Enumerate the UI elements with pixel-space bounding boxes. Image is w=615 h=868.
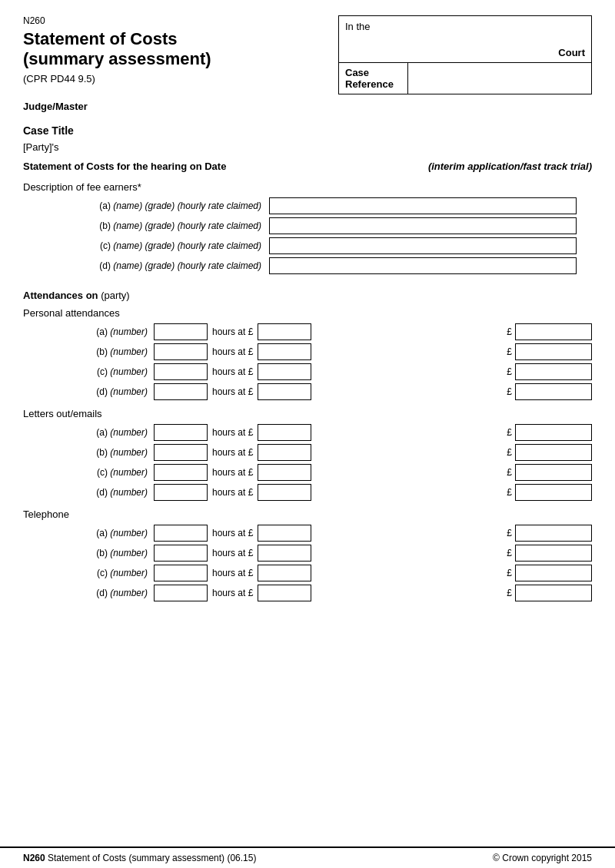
fee-earner-row: (d) (name) (grade) (hourly rate claimed) [23, 257, 592, 274]
subtitle: (CPR PD44 9.5) [23, 73, 323, 84]
fee-earners-title: Description of fee earners* [23, 181, 592, 193]
fee-earner-c-input[interactable] [269, 237, 577, 254]
telephone-d-label: (d) (number) [69, 588, 154, 598]
footer-form-ref: N260 [23, 853, 45, 863]
telephone-d-number[interactable] [154, 585, 208, 601]
personal-att-c-number[interactable] [154, 363, 208, 380]
case-title-section: Case Title [Party]'s [23, 124, 592, 153]
letters-c-label: (c) (number) [69, 467, 154, 478]
footer: N260 Statement of Costs (summary assessm… [0, 846, 615, 868]
case-reference-row: CaseReference [339, 62, 591, 94]
fee-earner-a-label: (a) (name) (grade) (hourly rate claimed) [69, 200, 269, 211]
statement-heading: Statement of Costs for the hearing on Da… [23, 161, 592, 172]
personal-att-b-rate[interactable] [258, 343, 311, 360]
attendances-section: Attendances on (party) Personal attendan… [23, 290, 592, 601]
telephone-b-number[interactable] [154, 545, 208, 562]
fee-earner-row: (c) (name) (grade) (hourly rate claimed) [23, 237, 592, 254]
letters-row-d: (d) (number) hours at £ £ [23, 484, 592, 501]
case-ref-label: CaseReference [339, 63, 408, 94]
telephone-a-rate[interactable] [258, 525, 311, 542]
telephone-row-c: (c) (number) hours at £ £ [23, 565, 592, 581]
personal-att-row-b: (b) (number) hours at £ £ [23, 343, 592, 360]
statement-heading-left: Statement of Costs for the hearing on Da… [23, 161, 226, 172]
telephone-b-label: (b) (number) [69, 548, 154, 558]
hours-at-label-b: hours at £ [212, 346, 253, 357]
letters-d-result[interactable] [515, 484, 592, 501]
telephone-hours-a: hours at £ [212, 528, 253, 538]
personal-att-c-result[interactable] [515, 363, 592, 380]
telephone-hours-d: hours at £ [212, 588, 253, 598]
telephone-pound-d: £ [507, 588, 512, 598]
fee-earner-d-label: (d) (name) (grade) (hourly rate claimed) [69, 260, 269, 271]
fee-earner-d-input[interactable] [269, 257, 577, 274]
telephone-c-rate[interactable] [258, 565, 311, 581]
personal-att-b-result[interactable] [515, 343, 592, 360]
personal-att-c-rate[interactable] [258, 363, 311, 380]
case-ref-value[interactable] [408, 63, 591, 94]
telephone-list: (a) (number) hours at £ £ (b) (number) h… [23, 525, 592, 601]
personal-att-a-number[interactable] [154, 323, 208, 340]
personal-att-row-c: (c) (number) hours at £ £ [23, 363, 592, 380]
personal-attendances-title: Personal attendances [23, 307, 592, 319]
title-line2: (summary assessment) [23, 49, 211, 68]
letters-b-label: (b) (number) [69, 447, 154, 458]
fee-earner-b-label: (b) (name) (grade) (hourly rate claimed) [69, 220, 269, 231]
letters-b-number[interactable] [154, 444, 208, 461]
letters-a-number[interactable] [154, 424, 208, 441]
telephone-a-number[interactable] [154, 525, 208, 542]
personal-att-b-number[interactable] [154, 343, 208, 360]
in-the-label: In the [345, 21, 585, 32]
telephone-a-result[interactable] [515, 525, 592, 542]
personal-att-a-result[interactable] [515, 323, 592, 340]
letters-title: Letters out/emails [23, 408, 592, 419]
letters-d-number[interactable] [154, 484, 208, 501]
fee-earner-a-input[interactable] [269, 197, 577, 214]
personal-att-d-result[interactable] [515, 383, 592, 400]
telephone-d-rate[interactable] [258, 585, 311, 601]
personal-att-d-rate[interactable] [258, 383, 311, 400]
letters-row-c: (c) (number) hours at £ £ [23, 464, 592, 481]
judge-section: Judge/Master [23, 101, 592, 112]
letters-c-result[interactable] [515, 464, 592, 481]
telephone-b-rate[interactable] [258, 545, 311, 562]
pound-d: £ [507, 386, 512, 397]
judge-label: Judge/Master [23, 101, 88, 112]
letters-hours-a: hours at £ [212, 427, 253, 438]
personal-att-a-rate[interactable] [258, 323, 311, 340]
letters-b-result[interactable] [515, 444, 592, 461]
telephone-pound-a: £ [507, 528, 512, 538]
telephone-b-result[interactable] [515, 545, 592, 562]
telephone-c-number[interactable] [154, 565, 208, 581]
letters-hours-d: hours at £ [212, 487, 253, 498]
telephone-hours-b: hours at £ [212, 548, 253, 558]
letters-c-rate[interactable] [258, 464, 311, 481]
telephone-row-b: (b) (number) hours at £ £ [23, 545, 592, 562]
letters-d-rate[interactable] [258, 484, 311, 501]
footer-description: Statement of Costs (summary assessment) … [48, 853, 256, 863]
letters-pound-c: £ [507, 467, 512, 478]
letters-a-result[interactable] [515, 424, 592, 441]
telephone-d-result[interactable] [515, 585, 592, 601]
footer-copyright: © Crown copyright 2015 [493, 853, 592, 863]
letters-a-rate[interactable] [258, 424, 311, 441]
personal-att-row-a: (a) (number) hours at £ £ [23, 323, 592, 340]
case-title-label: Case Title [23, 124, 592, 137]
att-d-label: (d) (number) [69, 386, 154, 397]
main-content: N260 Statement of Costs (summary assessm… [0, 0, 615, 846]
fee-earner-row: (b) (name) (grade) (hourly rate claimed) [23, 217, 592, 234]
letters-c-number[interactable] [154, 464, 208, 481]
attendances-party: (party) [101, 290, 130, 301]
hours-at-label-c: hours at £ [212, 366, 253, 377]
letters-pound-b: £ [507, 447, 512, 458]
att-b-label: (b) (number) [69, 346, 154, 357]
telephone-c-result[interactable] [515, 565, 592, 581]
letters-hours-b: hours at £ [212, 447, 253, 458]
attendances-on-label: Attendances on [23, 290, 98, 301]
fee-earner-b-input[interactable] [269, 217, 577, 234]
letters-row-a: (a) (number) hours at £ £ [23, 424, 592, 441]
letters-b-rate[interactable] [258, 444, 311, 461]
telephone-hours-c: hours at £ [212, 568, 253, 578]
fee-earner-c-label: (c) (name) (grade) (hourly rate claimed) [69, 240, 269, 251]
telephone-row-d: (d) (number) hours at £ £ [23, 585, 592, 601]
personal-att-d-number[interactable] [154, 383, 208, 400]
